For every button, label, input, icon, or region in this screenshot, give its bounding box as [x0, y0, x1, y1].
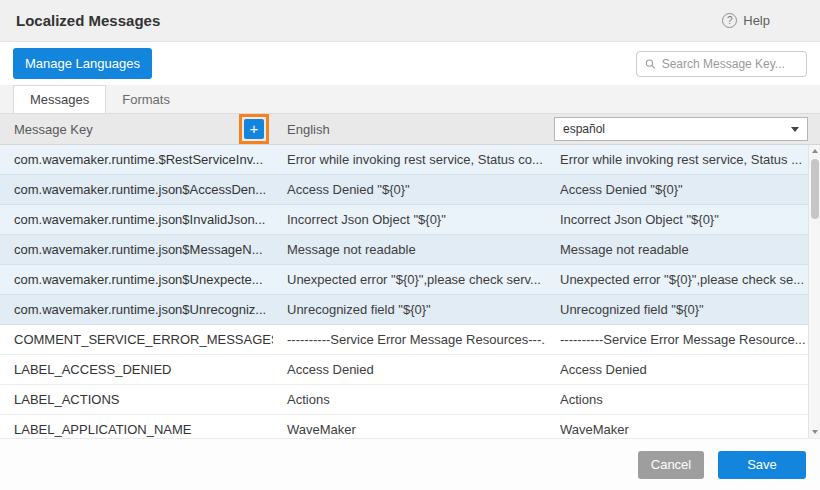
message-key-cell: COMMENT_SERVICE_ERROR_MESSAGES: [0, 332, 273, 347]
message-key-cell: com.wavemaker.runtime.json$MessageN...: [0, 242, 273, 257]
english-message-cell[interactable]: Access Denied "${0}": [273, 182, 546, 197]
add-message-button[interactable]: +: [244, 119, 264, 139]
localized-message-cell[interactable]: Error while invoking rest service, Statu…: [546, 152, 820, 167]
english-column-label: English: [287, 122, 330, 137]
search-icon: [645, 58, 656, 70]
tabs-bar: Messages Formats: [0, 85, 820, 113]
table-row[interactable]: LABEL_ACTIONS Actions Actions: [0, 385, 820, 415]
scroll-down-icon[interactable]: [809, 426, 820, 438]
toolbar: Manage Languages: [0, 42, 820, 85]
table-row[interactable]: com.wavemaker.runtime.$RestServiceInv...…: [0, 145, 820, 175]
help-icon: ?: [722, 13, 737, 28]
dialog-footer: Cancel Save: [0, 439, 820, 490]
tab-formats[interactable]: Formats: [106, 85, 186, 113]
scroll-up-icon[interactable]: [809, 145, 820, 157]
english-message-cell[interactable]: ----------Service Error Message Resource…: [273, 332, 546, 347]
save-button[interactable]: Save: [718, 451, 806, 479]
message-key-column-label: Message Key: [14, 122, 93, 137]
localized-messages-dialog: Localized Messages ? Help Manage Languag…: [0, 0, 820, 490]
column-header-language: español: [546, 114, 820, 144]
tab-messages[interactable]: Messages: [13, 85, 106, 113]
scrollbar-thumb[interactable]: [811, 159, 819, 219]
help-label: Help: [743, 13, 770, 28]
language-select-value: español: [563, 122, 605, 136]
messages-table: Message Key + English español com.wavema…: [0, 113, 820, 439]
localized-message-cell[interactable]: Access Denied: [546, 362, 820, 377]
language-select[interactable]: español: [554, 117, 808, 141]
message-key-cell: LABEL_ACTIONS: [0, 392, 273, 407]
localized-message-cell[interactable]: Message not readable: [546, 242, 820, 257]
english-message-cell[interactable]: Unrecognized field "${0}": [273, 302, 546, 317]
table-rows: com.wavemaker.runtime.$RestServiceInv...…: [0, 145, 820, 438]
english-message-cell[interactable]: Incorrect Json Object "${0}": [273, 212, 546, 227]
localized-message-cell[interactable]: Actions: [546, 392, 820, 407]
help-button[interactable]: ? Help: [722, 13, 770, 28]
manage-languages-button[interactable]: Manage Languages: [13, 48, 152, 79]
message-key-cell: com.wavemaker.runtime.json$Unexpecte...: [0, 272, 273, 287]
message-key-cell: com.wavemaker.runtime.json$Unrecogniz...: [0, 302, 273, 317]
message-key-cell: LABEL_ACCESS_DENIED: [0, 362, 273, 377]
column-header-message-key: Message Key +: [0, 114, 273, 144]
english-message-cell[interactable]: Access Denied: [273, 362, 546, 377]
table-row[interactable]: LABEL_ACCESS_DENIED Access Denied Access…: [0, 355, 820, 385]
english-message-cell[interactable]: Error while invoking rest service, Statu…: [273, 152, 546, 167]
table-header-row: Message Key + English español: [0, 113, 820, 145]
english-message-cell[interactable]: WaveMaker: [273, 422, 546, 437]
message-key-cell: com.wavemaker.runtime.json$AccessDen...: [0, 182, 273, 197]
message-key-cell: com.wavemaker.runtime.json$InvalidJson..…: [0, 212, 273, 227]
localized-message-cell[interactable]: Incorrect Json Object "${0}": [546, 212, 820, 227]
add-button-highlight-box: +: [239, 114, 269, 144]
localized-message-cell[interactable]: Unexpected error "${0}",please check se.…: [546, 272, 820, 287]
table-scrollbar[interactable]: [808, 145, 820, 438]
table-row[interactable]: COMMENT_SERVICE_ERROR_MESSAGES ---------…: [0, 325, 820, 355]
cancel-button[interactable]: Cancel: [638, 451, 704, 479]
search-box[interactable]: [636, 51, 807, 77]
message-key-cell: com.wavemaker.runtime.$RestServiceInv...: [0, 152, 273, 167]
localized-message-cell[interactable]: Access Denied "${0}": [546, 182, 820, 197]
page-title: Localized Messages: [16, 12, 160, 29]
localized-message-cell[interactable]: ----------Service Error Message Resource…: [546, 332, 820, 347]
column-header-english: English: [273, 114, 546, 144]
english-message-cell[interactable]: Actions: [273, 392, 546, 407]
table-row[interactable]: LABEL_APPLICATION_NAME WaveMaker WaveMak…: [0, 415, 820, 438]
dialog-header: Localized Messages ? Help: [0, 0, 820, 42]
table-row[interactable]: com.wavemaker.runtime.json$InvalidJson..…: [0, 205, 820, 235]
message-key-cell: LABEL_APPLICATION_NAME: [0, 422, 273, 437]
table-row[interactable]: com.wavemaker.runtime.json$MessageN... M…: [0, 235, 820, 265]
localized-message-cell[interactable]: Unrecognized field "${0}": [546, 302, 820, 317]
search-input[interactable]: [662, 57, 798, 71]
english-message-cell[interactable]: Unexpected error "${0}",please check ser…: [273, 272, 546, 287]
table-row[interactable]: com.wavemaker.runtime.json$Unexpecte... …: [0, 265, 820, 295]
table-row[interactable]: com.wavemaker.runtime.json$AccessDen... …: [0, 175, 820, 205]
localized-message-cell[interactable]: WaveMaker: [546, 422, 820, 437]
chevron-down-icon: [791, 127, 799, 132]
english-message-cell[interactable]: Message not readable: [273, 242, 546, 257]
table-row[interactable]: com.wavemaker.runtime.json$Unrecogniz...…: [0, 295, 820, 325]
